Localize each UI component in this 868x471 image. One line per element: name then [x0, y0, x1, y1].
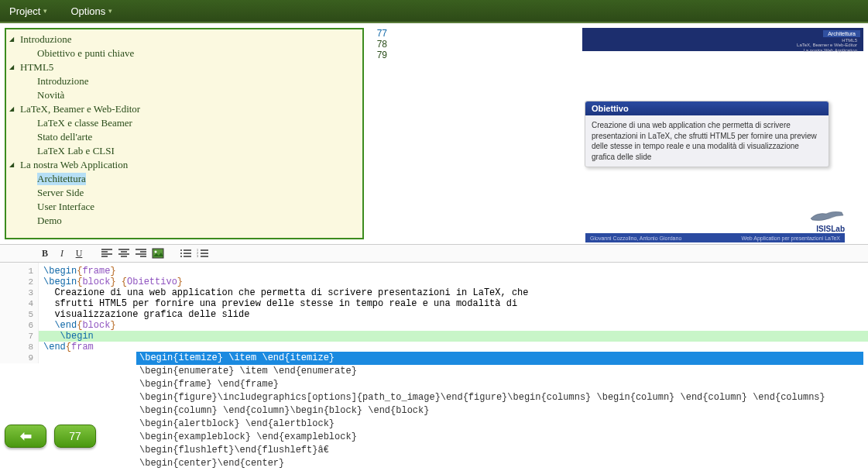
outline-item[interactable]: Introduzione	[9, 33, 359, 46]
outline-item[interactable]: Architettura	[9, 172, 359, 186]
align-left-button[interactable]	[99, 246, 115, 260]
code-line[interactable]: \begin{frame}	[43, 266, 863, 277]
autocomplete-item[interactable]: \begin{exampleblock} \end{exampleblock}	[136, 431, 863, 444]
slide-header-line: HTML5	[588, 38, 857, 43]
outline-item[interactable]: LaTeX e classe Beamer	[9, 116, 359, 130]
objective-title: Obiettivo	[585, 101, 829, 115]
slide-preview: Introduzione HTML5 LaTeX, Beamer e Web-E…	[392, 23, 868, 244]
slide-footer-bar: Giovanni Cozzolino, Antonio Giordano Web…	[585, 233, 845, 242]
editor-toolbar: B I U 123	[0, 244, 868, 263]
slide-header-bar: Introduzione HTML5 LaTeX, Beamer e Web-E…	[582, 28, 863, 51]
align-right-button[interactable]	[133, 246, 149, 260]
code-line[interactable]: \end{fram	[43, 342, 863, 352]
objective-block: Obiettivo Creazione di una web applicati…	[585, 101, 829, 167]
chevron-down-icon: ▾	[108, 7, 112, 15]
page-number-list: 777879	[369, 23, 392, 244]
svg-point-1	[155, 251, 157, 253]
outline-item[interactable]: Obiettivo e punti chiave	[9, 46, 359, 60]
bullet-list-button[interactable]	[178, 246, 194, 260]
code-editor[interactable]: 123456789 \begin{frame}\begin{block} {Ob…	[0, 263, 868, 470]
chevron-down-icon: ▾	[43, 7, 47, 15]
outline-item[interactable]: Demo	[9, 214, 359, 228]
outline-panel: IntroduzioneObiettivo e punti chiaveHTML…	[5, 28, 364, 239]
slide-header-active-tab: Architettura	[823, 30, 860, 37]
outline-item[interactable]: La nostra Web Application	[9, 158, 359, 172]
svg-text:3: 3	[197, 254, 198, 258]
line-gutter: 123456789	[0, 263, 39, 363]
main-area: IntroduzioneObiettivo e punti chiaveHTML…	[0, 23, 868, 244]
underline-button[interactable]: U	[71, 246, 87, 260]
autocomplete-item[interactable]: \begin{alertblock} \end{alertblock}	[136, 418, 863, 431]
outline-item[interactable]: Server Side	[9, 186, 359, 200]
code-line[interactable]: sfrutti HTML5 per fornire una preview de…	[43, 298, 863, 309]
page-number[interactable]: 79	[372, 50, 389, 60]
slide-header-line: Introduzione	[588, 33, 857, 38]
autocomplete-popup[interactable]: \begin{itemize} \item \end{itemize}\begi…	[136, 352, 863, 470]
slide-footer-title: Web Application per presentazioni LaTeX	[741, 236, 840, 241]
outline-item[interactable]: Stato dell'arte	[9, 130, 359, 144]
page-button[interactable]: 77	[54, 425, 96, 448]
italic-button[interactable]: I	[54, 246, 70, 260]
autocomplete-item[interactable]: \begin{frame} \end{frame}	[136, 378, 863, 391]
autocomplete-item[interactable]: \begin{flushleft}\end{flushleft}â€	[136, 444, 863, 457]
bold-button[interactable]: B	[37, 246, 53, 260]
code-line[interactable]: \begin{block} {Obiettivo}	[43, 277, 863, 287]
code-line[interactable]: \end{block}	[43, 320, 863, 331]
code-area[interactable]: \begin{frame}\begin{block} {Obiettivo} C…	[39, 263, 868, 366]
menu-options-label: Options	[70, 5, 105, 17]
autocomplete-item[interactable]: \begin{center}\end{center}	[136, 457, 863, 470]
code-line[interactable]: Creazione di una web application che per…	[43, 287, 863, 298]
slide-footer-authors: Giovanni Cozzolino, Antonio Giordano	[590, 236, 681, 241]
autocomplete-item[interactable]: \begin{column} \end{column}\begin{block}…	[136, 404, 863, 418]
menu-project-label: Project	[9, 5, 40, 17]
page-number[interactable]: 78	[372, 39, 389, 50]
page-number[interactable]: 77	[372, 28, 389, 39]
code-line[interactable]: visualizzazione grafica delle slide	[43, 309, 863, 320]
outline-item[interactable]: Introduzione	[9, 74, 359, 88]
align-center-button[interactable]	[116, 246, 132, 260]
svg-point-4	[180, 256, 182, 257]
svg-rect-0	[153, 249, 163, 258]
logo-text: ISISLab	[816, 225, 845, 233]
insert-image-button[interactable]	[150, 246, 166, 260]
back-button[interactable]: ⬅	[5, 425, 46, 448]
outline-item[interactable]: LaTeX, Beamer e Web-Editor	[9, 102, 359, 116]
slide-header-line: La nostra Web Application	[588, 48, 857, 53]
outline-item[interactable]: Novità	[9, 88, 359, 102]
isislab-logo: ISISLab	[809, 208, 845, 233]
objective-body: Creazione di una web application che per…	[585, 115, 829, 167]
numbered-list-button[interactable]: 123	[195, 246, 211, 260]
navigation-buttons: ⬅ 77	[5, 425, 96, 448]
autocomplete-item[interactable]: \begin{enumerate} \item \end{enumerate}	[136, 365, 863, 378]
menu-project[interactable]: Project ▾	[9, 5, 47, 17]
outline-item[interactable]: HTML5	[9, 60, 359, 74]
svg-point-2	[180, 249, 182, 251]
code-line[interactable]: \begin	[39, 331, 868, 342]
bird-icon	[809, 208, 845, 223]
page-button-label: 77	[69, 430, 81, 442]
autocomplete-item[interactable]: \begin{itemize} \item \end{itemize}	[136, 352, 863, 365]
arrow-left-icon: ⬅	[20, 428, 32, 445]
outline-item[interactable]: User Interface	[9, 200, 359, 214]
svg-point-3	[180, 253, 182, 254]
autocomplete-item[interactable]: \begin{figure}\includegraphics[options]{…	[136, 391, 863, 404]
menu-options[interactable]: Options ▾	[70, 5, 112, 17]
outline-item[interactable]: LaTeX Lab e CLSI	[9, 144, 359, 158]
slide-header-line: LaTeX, Beamer e Web-Editor	[588, 43, 857, 48]
menu-bar: Project ▾ Options ▾	[0, 0, 868, 23]
